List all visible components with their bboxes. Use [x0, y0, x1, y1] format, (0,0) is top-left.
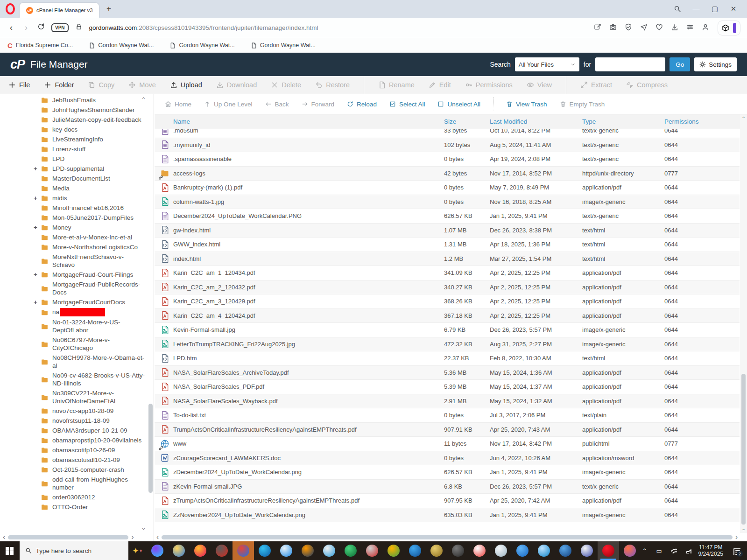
opera-icon[interactable] [598, 541, 619, 560]
firefox-icon[interactable] [190, 541, 211, 560]
table-row[interactable]: Karin_C2C_am_2_120432.pdf340.27 KBApr 2,… [155, 280, 740, 295]
reload-icon[interactable] [36, 23, 46, 33]
file-name[interactable]: NASA_SolarFlareScales_ArchiveToday.pdf [173, 369, 444, 376]
sidebar-item-masterdocumentlist[interactable]: MasterDocumentList [0, 174, 147, 183]
sidebar-item-obamapropstip10-20-09vilalnels[interactable]: obamapropstip10-20-09vilalnels [0, 435, 147, 445]
settings-button[interactable]: Settings [694, 57, 737, 71]
table-row[interactable]: Karin_C2C_am_4_120424.pdf367.18 KBApr 2,… [155, 309, 740, 323]
file-name[interactable]: zCourageScorecard_LAWMAKERS.doc [173, 455, 444, 462]
table-row[interactable]: index.html1.2 MBMar 27, 2025, 1:54 PMtex… [155, 252, 740, 266]
tree-scroll-up-icon[interactable]: ⌃ [141, 96, 146, 103]
browser-search-icon[interactable] [671, 3, 684, 15]
sidebar-item-media[interactable]: Media [0, 183, 147, 193]
sidebar-item-oct-2015-computer-crash[interactable]: Oct-2015-computer-crash [0, 465, 147, 475]
table-row[interactable]: zDecember2024_UpToDate_WorkCalendar.png6… [155, 465, 740, 480]
sidebar-item-odd-call-from-hughhughes-number[interactable]: odd-call-from-HughHughes-number [0, 475, 147, 492]
file-name[interactable]: LetterToTrumpTRACKING_Fri22Aug2025.jpg [173, 341, 444, 348]
sidebar-item-obama3rdsuper-10-21-09[interactable]: OBAMA3rdsuper-10-21-09 [0, 426, 147, 435]
column-header-permissions[interactable]: Permissions [664, 118, 706, 125]
sidebar-item-more-v-northshorelogisticsco[interactable]: More-v-NorthshoreLogisticsCo [0, 242, 147, 252]
heart-icon[interactable] [655, 23, 663, 33]
blue-bird-icon[interactable] [512, 541, 533, 560]
bookmark-item[interactable]: Gordon Wayne Wat... [89, 42, 154, 49]
bookmark-item[interactable]: Gordon Wayne Wat... [169, 42, 234, 49]
bookmark-item[interactable]: Gordon Wayne Wat... [251, 42, 316, 49]
table-row[interactable]: LPD.htm22.37 KBFeb 8, 2022, 10:30 AMtext… [155, 351, 740, 366]
expand-plus-icon[interactable]: + [34, 298, 41, 306]
file-name[interactable]: zDecember2024_UpToDate_WorkCalendar.png [173, 469, 444, 476]
upload-button[interactable]: Upload [170, 81, 202, 89]
table-scroll-left-icon[interactable]: ‹ [156, 533, 159, 541]
table-row[interactable]: .myimunify_id102 bytesAug 5, 2024, 11:41… [155, 138, 740, 153]
person-icon[interactable] [702, 23, 709, 33]
table-row[interactable]: Kevin-Formal-small.jpg6.79 KBDec 26, 202… [155, 323, 740, 337]
cube-extension-icon[interactable] [722, 24, 729, 32]
ant-video-icon[interactable] [383, 541, 404, 560]
sidebar-item-mortgagefraud-court-filings[interactable]: +MortgageFraud-Court-Filings [0, 270, 147, 280]
sidebar-panel-toggle[interactable] [733, 23, 736, 33]
table-hscroll-thumb[interactable] [162, 535, 732, 539]
dark-diamond-icon[interactable] [447, 541, 469, 560]
color-brushes-icon[interactable] [619, 541, 641, 560]
sliders-icon[interactable] [686, 23, 694, 33]
expand-plus-icon[interactable]: + [34, 165, 41, 173]
file-name[interactable]: www [173, 440, 444, 447]
table-scroll-right-icon[interactable]: › [735, 533, 738, 541]
table-row[interactable]: gw-index.html1.07 MBDec 26, 2023, 8:38 P… [155, 224, 740, 238]
close-button[interactable]: ✕ [727, 3, 740, 15]
expand-plus-icon[interactable]: + [34, 224, 41, 231]
sidebar-item-lorenz-stuff[interactable]: Lorenz-stuff [0, 144, 147, 154]
file-name[interactable]: GWW_index.html [173, 241, 444, 248]
column-header-type[interactable]: Type [582, 118, 664, 125]
file-name[interactable]: December2024_UpToDate_WorkCalendar.PNG [173, 212, 444, 219]
send-icon[interactable] [640, 23, 648, 33]
sidebar-item-no-01-3224-more-v-us-deptoflabor[interactable]: No-01-3224-More-v-US-DeptOfLabor [0, 317, 147, 335]
tray-chevron-up-icon[interactable]: ⌃ [641, 547, 649, 554]
sidebar-hscroll-thumb[interactable] [8, 535, 128, 539]
sidebar-item-no08ch9978-more-v-obama-et-al[interactable]: No08CH9978-More-v-Obama-et-al [0, 353, 147, 371]
file-name[interactable]: index.html [173, 255, 444, 262]
folder-button[interactable]: Folder [44, 81, 74, 89]
sidebar-item-order03062012[interactable]: order03062012 [0, 492, 147, 502]
sidebar-item-no06c6797-more-v-cityofchicago[interactable]: No06C6797-More-v-CityOfChicago [0, 335, 147, 353]
sidebar-item-mortgagefraud-publicrecords-docs[interactable]: MortgageFraud-PublicRecords-Docs [0, 280, 147, 297]
new-tab-button[interactable]: + [104, 4, 114, 14]
search-scope-select[interactable]: All Your Files [515, 57, 579, 71]
shield-check-icon[interactable] [625, 23, 632, 33]
stock-chart-icon[interactable] [469, 541, 490, 560]
go-button[interactable]: Go [669, 57, 690, 71]
file-name[interactable]: column-watts-1.jpg [173, 198, 444, 205]
file-name[interactable]: zTrumpActsOnCriticalInfrastructureResili… [173, 497, 444, 504]
sidebar-item-livestreaminginfo[interactable]: LiveStreamingInfo [0, 134, 147, 144]
bookmark-item[interactable]: CFlorida Supreme Co... [7, 42, 73, 49]
browser-tab[interactable]: cP cPanel File Manager v3 [20, 3, 99, 18]
table-scroll-up-icon[interactable]: ⌃ [741, 116, 746, 122]
file-name[interactable]: Karin_C2C_am_2_120432.pdf [173, 284, 444, 291]
sidebar-item-no09-cv-4682-brooks-v-us-atty-nd-illinois[interactable]: No09-cv-4682-Brooks-v-US-Atty-ND-Illinoi… [0, 371, 147, 388]
sidebar-item-juliemasten-copy-edit-feedback[interactable]: JulieMasten-copy-edit-feedback [0, 115, 147, 125]
tree-scroll-down-icon[interactable]: ⌄ [141, 524, 146, 531]
table-row[interactable]: .md5sum33 bytesOct 10, 2014, 8:22 PMtext… [155, 129, 740, 138]
file-name[interactable]: .spamassassinenable [173, 155, 444, 162]
url-text[interactable]: gordonwatts.com:2083/cpsess8101943395/fr… [89, 24, 318, 31]
vpn-badge[interactable]: VPN [51, 23, 69, 32]
table-row[interactable]: Karin_C2C_am_1_120434.pdf341.09 KBApr 2,… [155, 266, 740, 280]
sidebar-item-key-docs[interactable]: key-docs [0, 125, 147, 134]
file-button[interactable]: File [8, 81, 30, 89]
reload-button[interactable]: Reload [347, 101, 377, 108]
table-row[interactable]: To-do-list.txt0 bytesJul 3, 2017, 2:06 P… [155, 408, 740, 423]
table-row[interactable]: www11 bytesNov 17, 2014, 8:42 PMpublicht… [155, 437, 740, 451]
file-name[interactable]: .myimunify_id [173, 141, 444, 148]
extension-pill[interactable] [718, 21, 740, 35]
camera-icon[interactable] [609, 23, 617, 33]
table-scroll-down-icon[interactable]: ⌄ [741, 525, 746, 532]
table-scrollbar-thumb[interactable] [741, 374, 746, 525]
mail-download-icon[interactable] [318, 541, 340, 560]
defender-shield-icon[interactable] [576, 541, 598, 560]
file-name[interactable]: Karin_C2C_am_1_120434.pdf [173, 269, 444, 276]
minimize-button[interactable]: — [690, 3, 702, 15]
table-row[interactable]: LetterToTrumpTRACKING_Fri22Aug2025.jpg47… [155, 337, 740, 352]
file-name[interactable]: .md5sum [173, 129, 444, 134]
media-player-icon[interactable] [340, 541, 361, 560]
select-all-button[interactable]: Select All [389, 101, 425, 108]
